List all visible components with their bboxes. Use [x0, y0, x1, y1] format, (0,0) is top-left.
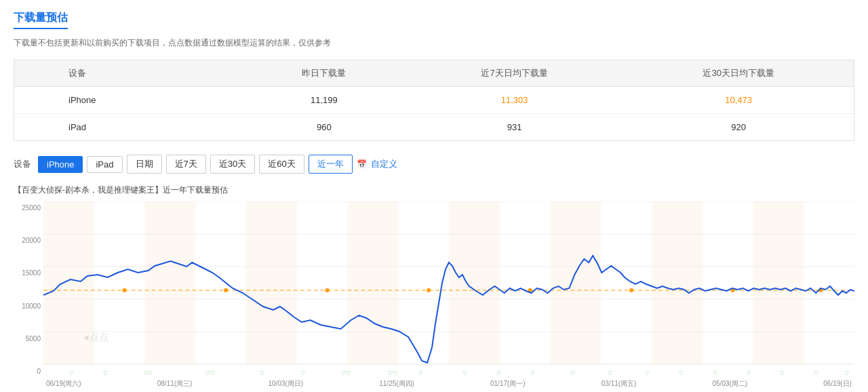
x-label-7: 05/03(周二) [713, 379, 748, 389]
svg-text:♡: ♡ [418, 370, 423, 376]
y-label-25000: 25000 [14, 204, 41, 212]
y-label-10000: 10000 [14, 302, 41, 310]
svg-text:♡: ♡ [69, 370, 74, 376]
svg-text:♡: ♡ [814, 370, 818, 376]
cell-month-avg: 920 [623, 114, 854, 141]
svg-point-11 [224, 288, 228, 292]
y-label-0: 0 [14, 368, 41, 375]
svg-text:♡: ♡ [300, 370, 305, 376]
filter-ipad[interactable]: iPad [87, 156, 122, 173]
col-week-avg: 近7天日均下载量 [406, 60, 624, 87]
cell-yesterday: 11,199 [243, 87, 406, 114]
filter-iphone[interactable]: iPhone [38, 156, 83, 173]
svg-text:♡: ♡ [679, 370, 684, 376]
download-table: 设备 昨日下载量 近7天日均下载量 近30天日均下载量 iPhone 11,19… [14, 60, 854, 141]
col-month-avg: 近30天日均下载量 [623, 60, 854, 87]
chart-title: 【百变大侦探-剧本杀，我是推理键案王】近一年下载量预估 [14, 184, 854, 196]
x-label-1: 06/19(周六) [46, 379, 81, 389]
svg-text:♡: ♡ [570, 370, 575, 376]
y-label-5000: 5000 [14, 335, 41, 342]
cell-week-avg: 11,303 [406, 87, 624, 114]
x-label-6: 03/11(周五) [601, 379, 637, 389]
page-title: 下载量预估 [14, 11, 68, 29]
cell-month-avg: 10,473 [623, 87, 854, 114]
x-label-2: 08/11(周三) [157, 379, 193, 389]
table-row: iPad 960 931 920 [14, 114, 854, 141]
svg-text:♡: ♡ [103, 370, 108, 376]
svg-text:♡♡: ♡♡ [388, 370, 397, 376]
filter-30days[interactable]: 近30天 [210, 155, 255, 174]
filter-1year[interactable]: 近一年 [309, 155, 353, 174]
filter-label: 设备 [14, 158, 31, 170]
svg-text:♡: ♡ [713, 370, 717, 376]
y-label-20000: 20000 [14, 237, 41, 244]
svg-text:♡♡: ♡♡ [144, 370, 153, 376]
svg-text:♡: ♡ [462, 370, 467, 376]
table-row: iPhone 11,199 11,303 10,473 [14, 87, 854, 114]
filter-7days[interactable]: 近7天 [166, 155, 206, 174]
cell-device: iPad [14, 114, 243, 141]
cell-device: iPhone [14, 87, 243, 114]
svg-point-12 [326, 288, 330, 292]
svg-text:♡: ♡ [530, 370, 535, 376]
subtitle: 下载量不包括更新和以前购买的下载项目，点点数据通过数据模型运算的结果，仅供参考 [14, 37, 854, 49]
svg-text:♡♡: ♡♡ [341, 370, 351, 376]
x-label-4: 11/25(周四) [379, 379, 414, 389]
filter-date[interactable]: 日期 [127, 155, 162, 174]
svg-text:♡: ♡ [747, 370, 751, 376]
svg-text:♡: ♡ [496, 370, 501, 376]
svg-text:♡: ♡ [645, 370, 650, 376]
cell-week-avg: 931 [406, 114, 624, 141]
svg-text:♡: ♡ [608, 370, 612, 376]
x-label-8: 06/19(日) [823, 379, 852, 389]
col-device: 设备 [14, 60, 243, 87]
svg-text:♡♡: ♡♡ [205, 370, 215, 376]
filter-custom[interactable]: 自定义 [371, 158, 397, 170]
col-yesterday: 昨日下载量 [243, 60, 406, 87]
custom-icon: 📅 [357, 159, 367, 169]
y-label-15000: 15000 [14, 269, 41, 277]
filter-60days[interactable]: 近60天 [259, 155, 304, 174]
x-label-5: 01/17(周一) [490, 379, 526, 389]
cell-yesterday: 960 [243, 114, 406, 141]
chart-container: 【百变大侦探-剧本杀，我是推理键案王】近一年下载量预估 25000 20000 … [14, 184, 854, 389]
svg-point-13 [427, 288, 431, 292]
svg-rect-2 [43, 201, 854, 364]
svg-text:●点点: ●点点 [84, 332, 108, 342]
svg-text:♡: ♡ [260, 370, 264, 376]
svg-text:♡: ♡ [780, 370, 785, 376]
filter-bar: 设备 iPhone iPad 日期 近7天 近30天 近60天 近一年 📅 自定… [14, 155, 854, 174]
x-label-3: 10/03(周日) [269, 379, 304, 389]
svg-text:♡: ♡ [844, 370, 849, 376]
svg-point-10 [123, 288, 127, 292]
svg-point-15 [629, 288, 633, 292]
